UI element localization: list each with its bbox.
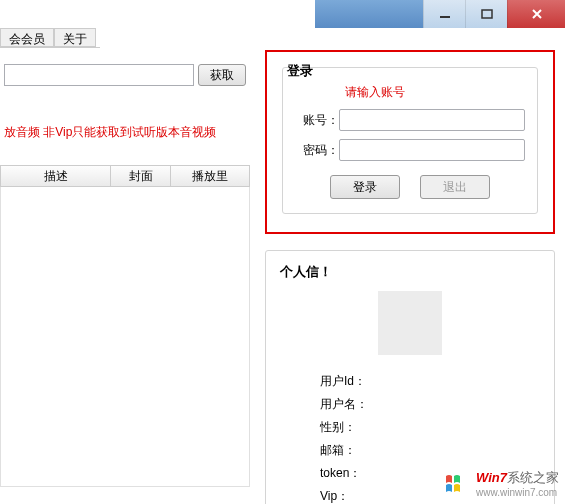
col-plays[interactable]: 播放里 (171, 166, 249, 187)
left-panel: 获取 放音频 非Vip只能获取到试听版本音视频 描述 封面 播放里 (0, 60, 250, 487)
col-desc[interactable]: 描述 (1, 166, 111, 187)
right-panel: 登录 请输入账号 账号： 密码： 登录 退出 个人信！ 用户Id： 用户名： 性… (265, 50, 555, 504)
watermark-url: www.winwin7.com (476, 487, 559, 498)
info-email: 邮箱： (280, 442, 540, 459)
account-input[interactable] (339, 109, 525, 131)
info-userid: 用户Id： (280, 373, 540, 390)
logout-button[interactable]: 退出 (420, 175, 490, 199)
password-label: 密码： (295, 142, 339, 159)
windows-flag-icon (444, 472, 472, 496)
info-username: 用户名： (280, 396, 540, 413)
menu-member[interactable]: 会会员 (0, 28, 54, 47)
vip-warning-text: 放音频 非Vip只能获取到试听版本音视频 (0, 120, 250, 145)
login-button[interactable]: 登录 (330, 175, 400, 199)
table-header: 描述 封面 播放里 (0, 165, 250, 187)
minimize-button[interactable] (423, 0, 465, 28)
watermark-brand-red: Win7 (476, 470, 507, 485)
watermark-brand-rest: 系统之家 (507, 470, 559, 485)
svg-rect-1 (482, 10, 492, 18)
maximize-button[interactable] (465, 0, 507, 28)
window-controls (315, 0, 565, 28)
account-label: 账号： (295, 112, 339, 129)
close-button[interactable] (507, 0, 565, 28)
col-cover[interactable]: 封面 (111, 166, 171, 187)
svg-rect-0 (440, 16, 450, 18)
info-title: 个人信！ (280, 263, 540, 281)
menu-about[interactable]: 关于 (54, 28, 96, 47)
login-group: 登录 请输入账号 账号： 密码： 登录 退出 (265, 50, 555, 234)
avatar (378, 291, 442, 355)
watermark: Win7系统之家 www.winwin7.com (444, 469, 559, 498)
password-input[interactable] (339, 139, 525, 161)
info-gender: 性别： (280, 419, 540, 436)
login-title: 登录 (287, 62, 313, 80)
menubar: 会会员 关于 (0, 28, 100, 48)
url-input[interactable] (4, 64, 194, 86)
get-button[interactable]: 获取 (198, 64, 246, 86)
table-body (0, 187, 250, 487)
personal-info-group: 个人信！ 用户Id： 用户名： 性别： 邮箱： token： Vip： (265, 250, 555, 504)
login-error-text: 请输入账号 (345, 84, 525, 101)
